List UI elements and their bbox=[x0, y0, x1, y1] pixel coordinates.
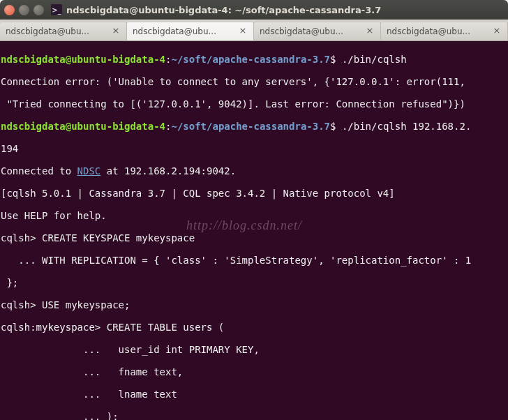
tab-label: ndscbigdata@ubu... bbox=[260, 27, 362, 36]
text: Connected to bbox=[1, 165, 77, 177]
tab-label: ndscbigdata@ubu... bbox=[387, 27, 489, 36]
cmd-text: ./bin/cqlsh 192.168.2. bbox=[336, 121, 471, 132]
terminal-line: ndscbigdata@ubuntu-bigdata-4:~/soft/apac… bbox=[1, 54, 507, 65]
maximize-icon[interactable] bbox=[33, 5, 44, 15]
terminal-line: Connected to NDSC at 192.168.2.194:9042. bbox=[1, 165, 507, 177]
terminal-line: cqlsh:mykeyspace> CREATE TABLE users ( bbox=[1, 322, 507, 333]
terminal-line: ... WITH REPLICATION = { 'class' : 'Simp… bbox=[1, 255, 507, 266]
window-titlebar: >_ ndscbigdata@ubuntu-bigdata-4: ~/soft/… bbox=[0, 0, 508, 20]
minimize-icon[interactable] bbox=[19, 5, 29, 15]
terminal-line: ndscbigdata@ubuntu-bigdata-4:~/soft/apac… bbox=[1, 121, 507, 132]
window-title: >_ ndscbigdata@ubuntu-bigdata-4: ~/soft/… bbox=[51, 4, 381, 15]
close-icon[interactable]: × bbox=[111, 27, 121, 36]
tab-label: ndscbigdata@ubu... bbox=[133, 27, 235, 36]
terminal-icon: >_ bbox=[51, 4, 62, 15]
terminal-tabbar: ndscbigdata@ubu... × ndscbigdata@ubu... … bbox=[0, 20, 508, 41]
terminal-line: Connection error: ('Unable to connect to… bbox=[1, 76, 507, 87]
terminal-line: [cqlsh 5.0.1 | Cassandra 3.7 | CQL spec … bbox=[1, 188, 507, 199]
close-icon[interactable] bbox=[4, 5, 15, 15]
terminal-tab-2[interactable]: ndscbigdata@ubu... × bbox=[254, 22, 381, 40]
terminal-line: ... lname text bbox=[1, 389, 507, 400]
terminal-tab-3[interactable]: ndscbigdata@ubu... × bbox=[381, 22, 508, 40]
text: at 192.168.2.194:9042. bbox=[100, 165, 236, 177]
close-icon[interactable]: × bbox=[238, 27, 248, 36]
terminal-line: ... fname text, bbox=[1, 366, 507, 377]
terminal-tab-1[interactable]: ndscbigdata@ubu... × bbox=[127, 22, 254, 40]
cmd-text: ./bin/cqlsh bbox=[336, 54, 406, 65]
close-icon[interactable]: × bbox=[492, 27, 502, 36]
terminal-tab-0[interactable]: ndscbigdata@ubu... × bbox=[0, 22, 127, 40]
terminal-line: 194 bbox=[1, 143, 507, 154]
window-title-text: ndscbigdata@ubuntu-bigdata-4: ~/soft/apa… bbox=[66, 5, 381, 15]
terminal-viewport[interactable]: ndscbigdata@ubuntu-bigdata-4:~/soft/apac… bbox=[0, 41, 508, 420]
terminal-line: ... ); bbox=[1, 411, 507, 420]
prompt-user: ndscbigdata@ubuntu-bigdata-4 bbox=[1, 121, 165, 132]
window-buttons bbox=[4, 5, 44, 15]
close-icon[interactable]: × bbox=[365, 27, 375, 36]
terminal-line: Use HELP for help. bbox=[1, 210, 507, 221]
terminal-line: cqlsh> CREATE KEYSPACE mykeyspace bbox=[1, 232, 507, 243]
prompt-user: ndscbigdata@ubuntu-bigdata-4 bbox=[1, 54, 165, 65]
terminal-line: "Tried connecting to [('127.0.0.1', 9042… bbox=[1, 98, 507, 110]
terminal-line: }; bbox=[1, 277, 507, 288]
prompt-path: ~/soft/apache-cassandra-3.7 bbox=[171, 54, 330, 65]
cluster-name-link[interactable]: NDSC bbox=[77, 165, 101, 177]
tab-label: ndscbigdata@ubu... bbox=[6, 27, 108, 36]
terminal-line: cqlsh> USE mykeyspace; bbox=[1, 299, 507, 310]
watermark-text: http://blog.csdn.net/ bbox=[186, 220, 302, 231]
prompt-path: ~/soft/apache-cassandra-3.7 bbox=[171, 121, 330, 132]
terminal-line: ... user_id int PRIMARY KEY, bbox=[1, 344, 507, 355]
